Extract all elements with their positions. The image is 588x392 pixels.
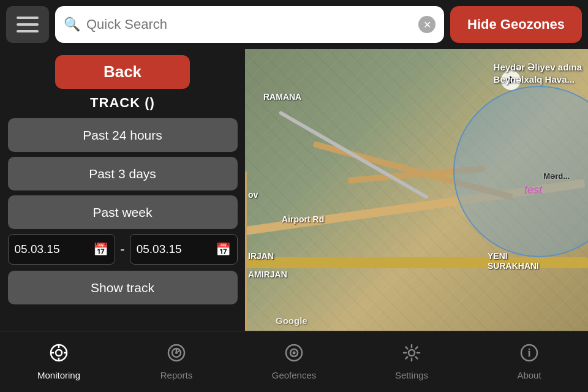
about-icon: i — [519, 343, 539, 367]
left-panel: Back TRACK () Past 24 hours Past 3 days … — [0, 49, 245, 331]
clear-search-button[interactable]: ✕ — [418, 16, 435, 33]
menu-line — [17, 23, 39, 26]
map-label-airport-rd: Airport Rd — [282, 214, 324, 224]
map-background: ✈ RAMANA Mərd... Airport Rd IRJAN AMIRJA… — [245, 49, 588, 331]
search-input[interactable] — [86, 17, 412, 32]
past-3days-button[interactable]: Past 3 days — [8, 157, 238, 190]
date-range-row: 05.03.15 📅 - 05.03.15 📅 — [8, 234, 238, 265]
menu-line — [17, 30, 39, 32]
past-week-button[interactable]: Past week — [8, 195, 238, 229]
hide-geozones-button[interactable]: Hide Geozones — [450, 6, 582, 43]
nav-label-monitoring: Monitoring — [37, 370, 80, 380]
google-logo: Google — [276, 315, 307, 326]
nav-label-about: About — [517, 370, 541, 380]
menu-line — [17, 17, 39, 19]
svg-point-13 — [293, 352, 296, 355]
menu-button[interactable] — [6, 6, 49, 43]
nav-item-geofences[interactable]: Geofences — [235, 331, 353, 392]
map-area: ✈ RAMANA Mərd... Airport Rd IRJAN AMIRJA… — [245, 49, 588, 331]
monitoring-icon — [49, 343, 69, 367]
svg-point-14 — [409, 350, 415, 356]
calendar-to-icon: 📅 — [216, 242, 231, 257]
svg-text:i: i — [527, 347, 530, 359]
nav-item-monitoring[interactable]: Monitoring — [0, 331, 118, 392]
map-label-yeni-surakhani: YENISURAKHANI — [488, 251, 539, 271]
show-track-button[interactable]: Show track — [8, 271, 238, 304]
nav-label-geofences: Geofences — [272, 370, 317, 380]
date-separator: - — [120, 241, 124, 257]
nav-label-settings: Settings — [395, 370, 428, 380]
map-label-amirjan: AMIRJAN — [248, 270, 287, 279]
bottom-nav: Monitoring Reports Geofences — [0, 331, 588, 392]
geozone-label: test — [524, 184, 542, 197]
nav-label-reports: Reports — [160, 370, 193, 380]
svg-point-1 — [56, 350, 62, 356]
map-label-mard: Mərd... — [543, 172, 570, 181]
search-icon: 🔍 — [64, 17, 80, 32]
date-from-input[interactable]: 05.03.15 📅 — [8, 234, 116, 265]
svg-point-10 — [175, 352, 178, 354]
nav-item-about[interactable]: i About — [470, 331, 588, 392]
search-bar: 🔍 ✕ — [55, 6, 444, 43]
past-24h-button[interactable]: Past 24 hours — [8, 118, 238, 152]
calendar-from-icon: 📅 — [93, 242, 108, 257]
map-label-ramana: RAMANA — [263, 92, 301, 102]
settings-icon — [402, 343, 421, 367]
geofences-icon — [284, 343, 304, 367]
map-label-ov: ov — [248, 190, 258, 200]
top-bar: 🔍 ✕ Hide Geozones — [0, 0, 588, 49]
reports-icon — [167, 343, 186, 367]
road-vertical — [245, 172, 247, 331]
date-to-input[interactable]: 05.03.15 📅 — [130, 234, 238, 265]
nav-item-reports[interactable]: Reports — [118, 331, 235, 392]
map-label-irjan: IRJAN — [248, 251, 274, 261]
track-title: TRACK () — [90, 95, 155, 111]
nav-item-settings[interactable]: Settings — [353, 331, 470, 392]
back-button[interactable]: Back — [55, 55, 190, 89]
airport-name-label: Heydər Əliyev adına Beynəlxalq Hava... — [494, 61, 582, 85]
main-area: Back TRACK () Past 24 hours Past 3 days … — [0, 49, 588, 331]
